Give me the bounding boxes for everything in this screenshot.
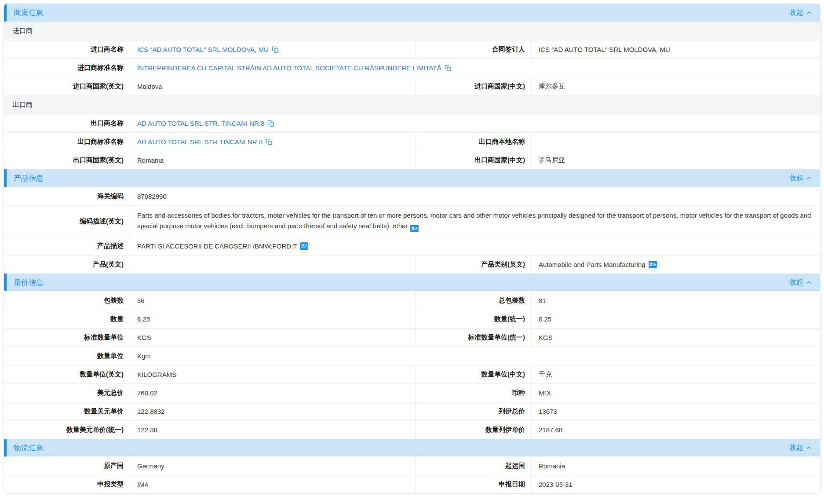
section-header-quantity-price: 量价信息 收起 [4, 274, 820, 291]
total-package-count-label: 总包装数 [416, 291, 532, 310]
importer-name-label: 进口商名称 [4, 40, 130, 58]
row-declaration: 申报类型 IM4 申报日期 2023-05-31 [4, 475, 820, 493]
row-quantity-unit-lang: 数量单位(英文) KILOGRAMS 数量单位(中文) 千克 [4, 365, 820, 383]
contract-signer-label: 合同签订人 [416, 40, 532, 58]
section-title-merchant: 商家信息 [14, 8, 44, 18]
leu-total-price-label: 列伊总价 [416, 402, 532, 420]
row-usd-unit-price-unified: 数量美元单价(统一) 122.88 数量列伊单价 2187.68 [4, 420, 820, 439]
exporter-std-name-link[interactable]: AD AUTO TOTAL SRL STR TINCANI NR 8 [137, 138, 263, 146]
row-quantity: 数量 6.25 数量(统一) 6.25 [4, 310, 820, 328]
product-en-label: 产品(英文) [4, 256, 130, 274]
importer-std-name-value-cell: ÎNTREPRINDEREA CU CAPITAL STRĂIN AD AUTO… [130, 59, 820, 77]
translate-icon[interactable]: 文A [300, 242, 308, 250]
usd-unit-price-unified-value: 122.88 [130, 421, 416, 439]
row-product-en: 产品(英文) 产品类别(英文) Automobile and Parts Man… [4, 255, 820, 274]
origin-country-value: Germany [130, 457, 416, 475]
copy-icon[interactable] [445, 65, 452, 72]
row-usd-total-price: 美元总价 768.02 币种 MDL [4, 383, 820, 402]
usd-total-price-label: 美元总价 [4, 384, 130, 402]
copy-icon[interactable] [267, 120, 274, 127]
code-desc-en-text: Parts and accessories of bodies for trac… [137, 212, 811, 230]
quantity-unified-value: 6.25 [532, 310, 820, 328]
quantity-unit-cn-label: 数量单位(中文) [416, 365, 532, 383]
quantity-label: 数量 [4, 310, 130, 328]
exporter-country-en-value: Romania [130, 151, 416, 169]
std-quantity-unit-unified-label: 标准数量单位(统一) [416, 329, 532, 347]
collapse-label: 收起 [789, 443, 803, 453]
std-quantity-unit-label: 标准数量单位 [4, 329, 130, 347]
std-quantity-unit-unified-value: KGS [532, 329, 820, 347]
usd-unit-price-value: 122.8832 [130, 402, 416, 420]
hs-code-value: 87082990 [130, 187, 820, 205]
product-desc-label: 产品描述 [4, 237, 130, 255]
importer-name-value-cell: ICS "AD AUTO TOTAL" SRL MOLDOVA, MU [130, 40, 416, 58]
collapse-button-quantity-price[interactable]: 收起 [789, 278, 812, 287]
product-category-en-value-cell: Automobile and Parts Manufacturing 文A [532, 256, 820, 274]
chevron-up-icon [806, 10, 812, 16]
exporter-std-name-value-cell: AD AUTO TOTAL SRL STR TINCANI NR 8 [130, 133, 416, 151]
section-header-product: 产品信息 收起 [4, 169, 820, 187]
exporter-name-value-cell: AD AUTO TOTAL SRL STR. TINCANI NR.8 [130, 114, 820, 132]
leu-total-price-value: 13673 [532, 402, 820, 420]
chevron-up-icon [806, 175, 812, 182]
product-desc-value-cell: PARTI SI ACCESORII DE CAROSERII /BMW;FOR… [130, 237, 820, 255]
exporter-std-name-label: 出口商标准名称 [4, 133, 130, 151]
section-title-logistics: 物流信息 [14, 443, 44, 453]
row-package-count: 包装数 56 总包装数 81 [4, 291, 820, 310]
importer-std-name-label: 进口商标准名称 [4, 59, 130, 77]
row-origin-country: 原产国 Germany 起运国 Romania [4, 457, 820, 475]
package-count-value: 56 [130, 291, 416, 310]
collapse-button-product[interactable]: 收起 [789, 174, 812, 183]
product-en-value [130, 256, 416, 274]
row-exporter-name: 出口商名称 AD AUTO TOTAL SRL STR. TINCANI NR.… [4, 114, 820, 132]
departure-country-label: 起运国 [416, 457, 532, 475]
translate-icon[interactable]: 文A [410, 225, 419, 232]
code-desc-en-value-cell: Parts and accessories of bodies for trac… [130, 206, 820, 237]
importer-name-link[interactable]: ICS "AD AUTO TOTAL" SRL MOLDOVA, MU [137, 46, 269, 53]
row-importer-country: 进口商国家(英文) Moldova 进口商国家(中文) 摩尔多瓦 [4, 77, 820, 95]
collapse-button-logistics[interactable]: 收起 [789, 443, 812, 453]
leu-unit-price-label: 数量列伊单价 [416, 421, 532, 439]
row-code-desc-en: 编码描述(英文) Parts and accessories of bodies… [4, 205, 820, 237]
leu-unit-price-value: 2187.68 [532, 421, 820, 439]
exporter-name-label: 出口商名称 [4, 114, 130, 132]
trade-detail-panel: 商家信息 收起 进口商 进口商名称 ICS "AD AUTO TOTAL" SR… [4, 4, 820, 494]
importer-country-en-label: 进口商国家(英文) [4, 77, 130, 95]
declaration-type-label: 申报类型 [4, 475, 130, 493]
currency-label: 币种 [416, 384, 532, 402]
row-importer-name: 进口商名称 ICS "AD AUTO TOTAL" SRL MOLDOVA, M… [4, 40, 820, 58]
section-accent-bar [4, 439, 7, 457]
importer-country-en-value: Moldova [130, 77, 416, 95]
group-label-exporter: 出口商 [4, 95, 820, 114]
importer-std-name-link[interactable]: ÎNTREPRINDEREA CU CAPITAL STRĂIN AD AUTO… [137, 64, 441, 72]
collapse-label: 收起 [789, 278, 803, 287]
row-std-quantity-unit: 标准数量单位 KGS 标准数量单位(统一) KGS [4, 328, 820, 347]
row-product-desc: 产品描述 PARTI SI ACCESORII DE CAROSERII /BM… [4, 237, 820, 255]
row-importer-std-name: 进口商标准名称 ÎNTREPRINDEREA CU CAPITAL STRĂIN… [4, 58, 820, 77]
usd-unit-price-unified-label: 数量美元单价(统一) [4, 421, 130, 439]
section-header-merchant: 商家信息 收起 [4, 4, 820, 22]
departure-country-value: Romania [532, 457, 820, 475]
usd-unit-price-label: 数量美元单价 [4, 402, 130, 420]
quantity-unit-value: Kgm [130, 347, 820, 365]
exporter-country-cn-value: 罗马尼亚 [532, 151, 820, 169]
product-category-en-label: 产品类别(英文) [416, 256, 532, 274]
copy-icon[interactable] [266, 139, 273, 146]
std-quantity-unit-value: KGS [130, 329, 416, 347]
row-exporter-country: 出口商国家(英文) Romania 出口商国家(中文) 罗马尼亚 [4, 151, 820, 169]
product-desc-text: PARTI SI ACCESORII DE CAROSERII /BMW;FOR… [137, 242, 297, 250]
copy-icon[interactable] [272, 46, 279, 53]
quantity-unit-en-label: 数量单位(英文) [4, 365, 130, 383]
exporter-country-cn-label: 出口商国家(中文) [416, 151, 532, 169]
origin-country-label: 原产国 [4, 457, 130, 475]
row-hs-code: 海关编码 87082990 [4, 187, 820, 205]
quantity-unit-label: 数量单位 [4, 347, 130, 365]
exporter-name-link[interactable]: AD AUTO TOTAL SRL STR. TINCANI NR.8 [137, 120, 264, 127]
exporter-local-name-label: 出口商本地名称 [416, 133, 532, 151]
declaration-date-value: 2023-05-31 [532, 475, 820, 493]
section-accent-bar [4, 4, 7, 22]
row-exporter-std-name: 出口商标准名称 AD AUTO TOTAL SRL STR TINCANI NR… [4, 132, 820, 151]
collapse-button-merchant[interactable]: 收起 [789, 8, 812, 18]
chevron-up-icon [806, 279, 812, 286]
translate-icon[interactable]: 文A [649, 261, 657, 268]
